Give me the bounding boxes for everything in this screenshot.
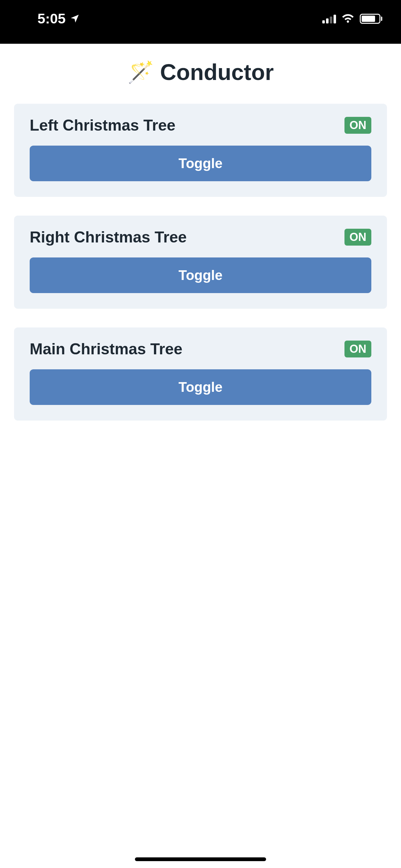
toggle-button[interactable]: Toggle	[30, 369, 371, 405]
status-badge: ON	[344, 117, 371, 134]
battery-icon	[360, 14, 382, 24]
wand-icon: 🪄	[127, 60, 154, 85]
device-card: Left Christmas Tree ON Toggle	[14, 104, 387, 197]
status-time: 5:05	[37, 11, 66, 27]
toggle-button[interactable]: Toggle	[30, 257, 371, 293]
app-title: 🪄 Conductor	[0, 44, 401, 104]
status-badge: ON	[344, 341, 371, 358]
status-bar-right	[322, 11, 382, 26]
device-name: Right Christmas Tree	[30, 228, 187, 246]
status-badge: ON	[344, 229, 371, 246]
device-card: Right Christmas Tree ON Toggle	[14, 216, 387, 309]
status-bar: 5:05	[0, 0, 401, 44]
device-list: Left Christmas Tree ON Toggle Right Chri…	[0, 104, 401, 421]
toggle-button[interactable]: Toggle	[30, 146, 371, 181]
location-icon	[70, 11, 80, 27]
device-card: Main Christmas Tree ON Toggle	[14, 328, 387, 421]
device-header: Main Christmas Tree ON	[30, 340, 371, 358]
device-header: Right Christmas Tree ON	[30, 228, 371, 246]
device-name: Main Christmas Tree	[30, 340, 182, 358]
status-bar-left: 5:05	[37, 11, 80, 27]
app-title-text: Conductor	[160, 59, 274, 85]
cellular-signal-icon	[322, 14, 336, 24]
home-indicator[interactable]	[135, 857, 266, 861]
device-name: Left Christmas Tree	[30, 116, 175, 134]
device-header: Left Christmas Tree ON	[30, 116, 371, 134]
wifi-icon	[341, 11, 355, 26]
